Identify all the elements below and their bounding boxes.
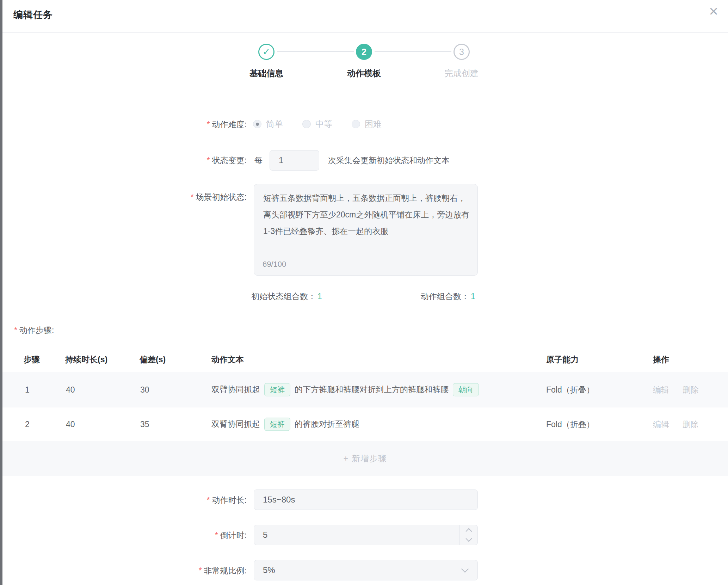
cell-step: 2 xyxy=(25,419,30,429)
edit-button[interactable]: 编辑 xyxy=(653,419,669,430)
cell-deviation: 35 xyxy=(140,419,149,429)
char-counter: 69/100 xyxy=(263,260,286,269)
radio-medium[interactable]: 中等 xyxy=(302,118,332,130)
spinner-decrease-button[interactable] xyxy=(460,535,477,545)
state-change-label: *状态变更: xyxy=(0,154,247,166)
initial-combo-value: 1 xyxy=(317,292,322,301)
col-step: 步骤 xyxy=(24,354,40,365)
dialog-title: 编辑任务 xyxy=(13,8,53,21)
required-asterisk: * xyxy=(207,156,210,165)
duration-label: *动作时长: xyxy=(0,494,247,506)
step-1-label: 基础信息 xyxy=(228,68,305,79)
table-row: 2 40 35 双臂协同抓起 短裤 的裤腰对折至裤腿 Fold（折叠） 编辑 删… xyxy=(2,407,728,441)
check-icon: ✓ xyxy=(263,47,270,57)
radio-hard-label: 困难 xyxy=(365,118,382,130)
number-spinner xyxy=(459,525,477,545)
countdown-label: *倒计时: xyxy=(0,529,247,541)
delete-button[interactable]: 删除 xyxy=(683,419,699,430)
cell-ability: Fold（折叠） xyxy=(546,419,594,430)
countdown-value: 5 xyxy=(263,530,267,540)
unusual-ratio-select[interactable]: 5% xyxy=(254,560,478,580)
step-3-circle: 3 xyxy=(454,44,470,60)
step-2-number: 2 xyxy=(362,47,366,57)
col-deviation: 偏差(s) xyxy=(140,354,166,365)
required-asterisk: * xyxy=(207,120,210,129)
step-1-circle: ✓ xyxy=(258,44,274,60)
col-text: 动作文本 xyxy=(211,354,244,365)
unusual-ratio-label: *非常规比例: xyxy=(0,565,247,577)
unusual-ratio-value: 5% xyxy=(263,565,275,575)
initial-state-label: *场景初始状态: xyxy=(0,191,247,203)
action-steps-label: *动作步骤: xyxy=(14,324,54,336)
required-asterisk: * xyxy=(191,192,194,202)
edit-button[interactable]: 编辑 xyxy=(653,384,669,395)
action-combo-count: 动作组合数：1 xyxy=(421,291,475,302)
radio-hard[interactable]: 困难 xyxy=(352,118,382,130)
required-asterisk: * xyxy=(215,531,218,540)
initial-combo-count: 初始状态组合数：1 xyxy=(251,291,322,302)
dialog-header: 编辑任务 × xyxy=(2,0,728,33)
add-step-row[interactable]: + 新增步骤 xyxy=(2,441,728,476)
countdown-input[interactable]: 5 xyxy=(254,525,478,545)
cell-ability: Fold（折叠） xyxy=(546,384,594,395)
col-actions: 操作 xyxy=(653,354,669,365)
initial-state-textarea[interactable]: 短裤五条数据背面朝上，五条数据正面朝上，裤腰朝右，离头部视野下方至少20cm之外… xyxy=(254,184,478,276)
step-connector xyxy=(375,51,451,52)
object-tag: 短裤 xyxy=(264,383,290,396)
spinner-increase-button[interactable] xyxy=(460,525,477,535)
required-asterisk: * xyxy=(14,326,17,335)
state-change-suffix: 次采集会更新初始状态和动作文本 xyxy=(328,154,450,166)
step-2-circle: 2 xyxy=(356,44,372,60)
initial-state-value: 短裤五条数据背面朝上，五条数据正面朝上，裤腰朝右，离头部视野下方至少20cm之外… xyxy=(263,190,470,240)
difficulty-radio-group: 简单 中等 困难 xyxy=(253,118,382,130)
cell-step: 1 xyxy=(25,385,30,394)
cell-duration: 40 xyxy=(66,419,75,429)
duration-value: 15s~80s xyxy=(263,495,295,505)
duration-input[interactable]: 15s~80s xyxy=(254,489,478,510)
add-step-button[interactable]: + 新增步骤 xyxy=(344,453,387,464)
radio-easy[interactable]: 简单 xyxy=(253,118,283,130)
state-change-value: 1 xyxy=(279,155,283,165)
delete-button[interactable]: 删除 xyxy=(683,384,699,395)
cell-action-text: 双臂协同抓起 短裤 的裤腰对折至裤腿 xyxy=(211,418,359,431)
orientation-tag: 朝向 xyxy=(453,383,479,396)
required-asterisk: * xyxy=(199,566,202,575)
state-change-input[interactable]: 1 xyxy=(270,150,319,171)
radio-icon xyxy=(352,120,360,128)
step-3-label: 完成创建 xyxy=(423,68,500,79)
object-tag: 短裤 xyxy=(264,418,290,431)
col-duration: 持续时长(s) xyxy=(65,354,107,365)
cell-deviation: 30 xyxy=(140,385,149,394)
step-connector xyxy=(277,51,354,52)
action-combo-value: 1 xyxy=(471,292,475,301)
table-header-row: 步骤 持续时长(s) 偏差(s) 动作文本 原子能力 操作 xyxy=(2,347,728,372)
cell-action-text: 双臂协同抓起 短裤 的下方裤腿和裤腰对折到上方的裤腿和裤腰 朝向 xyxy=(211,383,483,396)
radio-easy-label: 简单 xyxy=(266,118,283,130)
required-asterisk: * xyxy=(207,495,210,505)
table-row: 1 40 30 双臂协同抓起 短裤 的下方裤腿和裤腰对折到上方的裤腿和裤腰 朝向… xyxy=(2,372,728,407)
action-steps-table: 步骤 持续时长(s) 偏差(s) 动作文本 原子能力 操作 1 40 30 双臂… xyxy=(2,347,728,476)
chevron-down-icon xyxy=(465,535,472,542)
difficulty-label: *动作难度: xyxy=(0,118,247,130)
step-2-label: 动作模板 xyxy=(325,68,403,79)
close-icon[interactable]: × xyxy=(709,4,718,19)
radio-medium-label: 中等 xyxy=(315,118,332,130)
col-ability: 原子能力 xyxy=(546,354,579,365)
radio-selected-icon xyxy=(253,120,261,128)
radio-icon xyxy=(302,120,311,128)
cell-duration: 40 xyxy=(66,385,75,394)
step-3-number: 3 xyxy=(459,47,464,57)
chevron-down-icon xyxy=(461,565,469,573)
state-change-prefix: 每 xyxy=(254,154,263,166)
chevron-up-icon xyxy=(465,528,472,535)
